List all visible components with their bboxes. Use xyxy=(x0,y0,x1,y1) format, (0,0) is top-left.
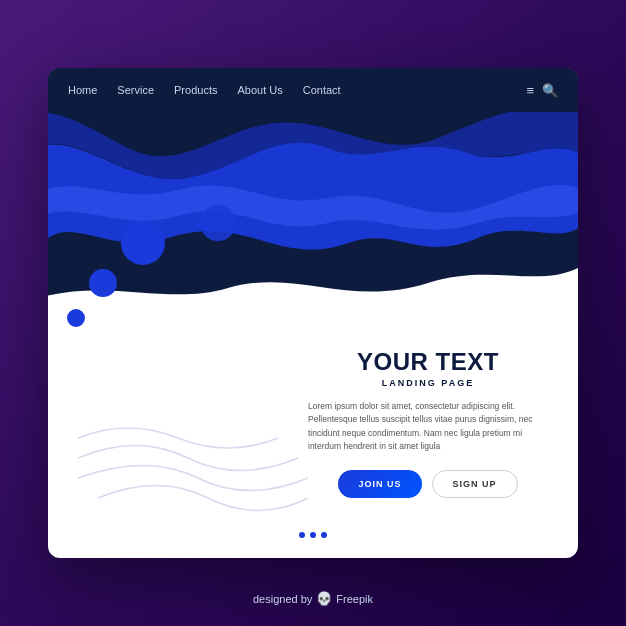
nav-service[interactable]: Service xyxy=(117,84,154,96)
hero-subtitle: LANDING PAGE xyxy=(308,378,548,388)
nav-home[interactable]: Home xyxy=(68,84,97,96)
footer: designed by 💀 Freepik xyxy=(253,591,373,606)
footer-text: designed by xyxy=(253,593,312,605)
wavy-lines xyxy=(68,408,318,528)
nav-products[interactable]: Products xyxy=(174,84,217,96)
cta-buttons: JOIN US SIGN UP xyxy=(308,470,548,498)
freepik-icon: 💀 xyxy=(316,591,332,606)
dot-1[interactable] xyxy=(299,532,305,538)
svg-point-2 xyxy=(89,269,117,297)
sign-up-button[interactable]: SIGN UP xyxy=(432,470,518,498)
footer-brand: Freepik xyxy=(336,593,373,605)
search-icon[interactable]: 🔍 xyxy=(542,83,558,98)
svg-point-4 xyxy=(200,205,236,241)
svg-point-3 xyxy=(67,309,85,327)
hero-content: YOUR TEXT LANDING PAGE Lorem ipsum dolor… xyxy=(308,348,548,498)
nav-contact[interactable]: Contact xyxy=(303,84,341,96)
dot-2[interactable] xyxy=(310,532,316,538)
dots-indicator xyxy=(299,532,327,538)
svg-point-1 xyxy=(121,221,165,265)
nav-icons: ≡ 🔍 xyxy=(526,83,558,98)
navbar: Home Service Products About Us Contact ≡… xyxy=(48,68,578,112)
hero-body: Lorem ipsum dolor sit amet, consectetur … xyxy=(308,400,548,454)
hero-title: YOUR TEXT xyxy=(308,348,548,376)
join-us-button[interactable]: JOIN US xyxy=(338,470,421,498)
nav-about[interactable]: About Us xyxy=(237,84,282,96)
hamburger-icon[interactable]: ≡ xyxy=(526,83,534,98)
nav-links: Home Service Products About Us Contact xyxy=(68,84,526,96)
dot-3[interactable] xyxy=(321,532,327,538)
landing-card: Home Service Products About Us Contact ≡… xyxy=(48,68,578,558)
